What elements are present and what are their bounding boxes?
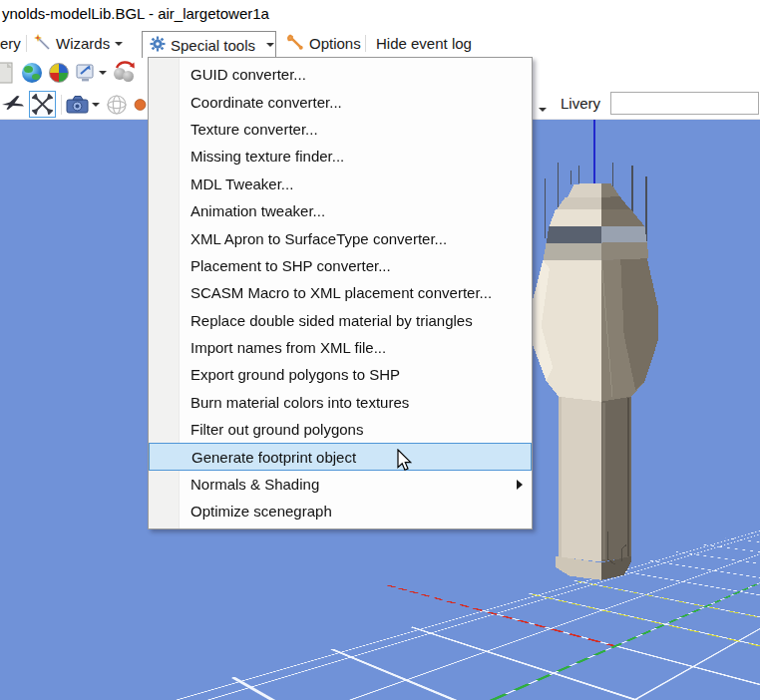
menu-item-export-ground-polygons-to-shp[interactable]: Export ground polygons to SHP <box>149 361 532 388</box>
menubar-separator <box>365 35 366 52</box>
menu-scenery[interactable]: ery <box>0 33 21 54</box>
gear-icon <box>150 36 166 55</box>
menu-item-label: Filter out ground polygons <box>190 421 363 438</box>
wireframe-sphere-icon[interactable] <box>105 93 129 117</box>
livery-label: Livery <box>561 95 600 112</box>
menu-item-normals-shading[interactable]: Normals & Shading <box>149 471 532 498</box>
chevron-down-icon[interactable] <box>98 61 108 85</box>
menu-item-label: Coordinate converter... <box>190 94 342 111</box>
menu-item-guid-converter[interactable]: GUID converter... <box>149 61 532 88</box>
title-bar: ynolds-modelLib.BGL - air_largetower1a <box>0 0 760 30</box>
menu-item-coordinate-converter[interactable]: Coordinate converter... <box>149 88 532 115</box>
menubar-separator <box>26 35 27 52</box>
menu-item-label: MDL Tweaker... <box>190 175 293 192</box>
crossed-arrows-button[interactable] <box>29 91 56 118</box>
menu-special-tools[interactable]: Special tools <box>142 31 276 58</box>
menu-item-label: Replace double sided material by triangl… <box>190 312 473 329</box>
menu-wizards[interactable]: Wizards <box>34 33 123 54</box>
menu-item-import-names-from-xml-file[interactable]: Import names from XML file... <box>149 334 532 361</box>
menu-item-label: Texture converter... <box>190 121 318 138</box>
livery-combobox[interactable] <box>610 92 759 115</box>
menu-item-label: Generate footprint object <box>191 449 356 466</box>
window-title: ynolds-modelLib.BGL - air_largetower1a <box>2 5 269 22</box>
menu-item-optimize-scenegraph[interactable]: Optimize scenegraph <box>149 498 532 525</box>
submenu-arrow-icon <box>517 480 523 490</box>
mouse-cursor <box>397 449 415 473</box>
wrench-icon <box>287 34 304 54</box>
menu-item-xml-apron-to-surfacetype-converter[interactable]: XML Apron to SurfaceType converter... <box>149 224 532 251</box>
menu-item-animation-tweaker[interactable]: Animation tweaker... <box>149 197 532 224</box>
special-tools-menu: GUID converter...Coordinate converter...… <box>148 57 533 529</box>
menu-item-placement-to-shp-converter[interactable]: Placement to SHP converter... <box>149 252 532 279</box>
menu-item-filter-out-ground-polygons[interactable]: Filter out ground polygons <box>149 416 532 443</box>
menu-bar: ery Wizards Special tools Options Hide e… <box>0 30 760 57</box>
export-view-icon[interactable] <box>75 61 99 85</box>
menu-item-label: XML Apron to SurfaceType converter... <box>190 230 447 247</box>
menu-item-label: Normals & Shading <box>190 476 319 493</box>
chevron-down-icon[interactable] <box>91 93 101 117</box>
document-icon[interactable] <box>0 61 17 85</box>
menu-item-label: Import names from XML file... <box>190 339 386 356</box>
chevron-down-icon <box>115 42 123 46</box>
menu-item-label: Export ground polygons to SHP <box>190 366 400 383</box>
chevron-down-icon[interactable] <box>539 98 547 116</box>
menu-item-label: Animation tweaker... <box>190 202 325 219</box>
camera-icon[interactable] <box>66 93 90 117</box>
wand-icon <box>34 34 51 54</box>
menu-item-generate-footprint-object[interactable]: Generate footprint object <box>149 443 532 470</box>
menu-options[interactable]: Options <box>287 33 361 54</box>
menu-item-burn-material-colors-into-textures[interactable]: Burn material colors into textures <box>149 389 532 416</box>
menu-item-scasm-macro-to-xml-placement-converter[interactable]: SCASM Macro to XML placement converter..… <box>149 279 532 306</box>
menu-item-label: Burn material colors into textures <box>190 394 409 411</box>
menu-item-replace-double-sided-material-by-triangles[interactable]: Replace double sided material by triangl… <box>149 307 532 334</box>
partial-toolbar-icon[interactable] <box>133 93 148 117</box>
globe-icon[interactable] <box>20 61 44 85</box>
menu-item-label: Optimize scenegraph <box>190 503 332 520</box>
menu-item-mdl-tweaker[interactable]: MDL Tweaker... <box>149 171 532 197</box>
airplane-icon[interactable] <box>1 93 25 117</box>
menu-item-texture-converter[interactable]: Texture converter... <box>149 116 532 143</box>
menu-hide-event-log[interactable]: Hide event log <box>376 33 472 54</box>
refresh-spheres-icon[interactable] <box>113 61 137 85</box>
pie-chart-icon[interactable] <box>47 61 71 85</box>
menu-item-label: GUID converter... <box>190 66 306 83</box>
toolbar-separator <box>61 95 62 115</box>
menu-item-label: SCASM Macro to XML placement converter..… <box>190 284 492 301</box>
app-window: { "window": { "title": "ynolds-modelLib.… <box>0 0 760 700</box>
menu-item-missing-texture-finder[interactable]: Missing texture finder... <box>149 143 532 170</box>
menu-item-label: Placement to SHP converter... <box>190 257 391 274</box>
menu-item-label: Missing texture finder... <box>190 148 344 165</box>
chevron-down-icon <box>266 43 274 47</box>
